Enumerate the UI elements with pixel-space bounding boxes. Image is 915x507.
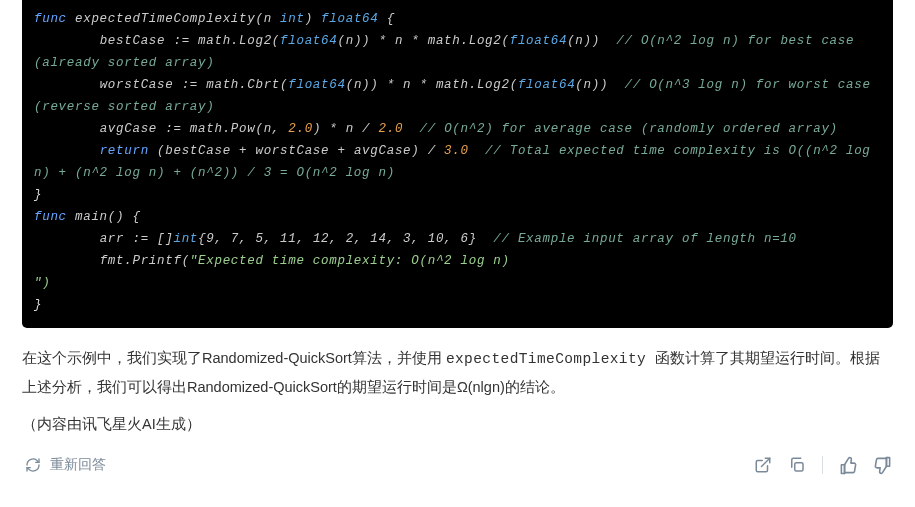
code-line-3: worstCase := math.Cbrt(float64(n)) * n *… — [34, 74, 881, 118]
explain-inline-code: expectedTimeComplexity — [446, 351, 655, 367]
code-line-10: fmt.Printf("Expected time complexity: O(… — [34, 250, 881, 272]
refresh-icon — [22, 454, 44, 476]
right-actions — [752, 454, 893, 476]
svg-rect-0 — [795, 463, 803, 471]
code-block: func expectedTimeComplexity(n int) float… — [22, 0, 893, 328]
regenerate-label: 重新回答 — [50, 456, 106, 474]
code-line-10b: ") — [34, 272, 881, 294]
left-actions: 重新回答 — [22, 454, 106, 476]
explanation-paragraph: 在这个示例中，我们实现了Randomized-QuickSort算法，并使用 e… — [22, 344, 893, 401]
code-line-5: return (bestCase + worstCase + avgCase) … — [34, 140, 881, 184]
regenerate-button[interactable]: 重新回答 — [22, 454, 106, 476]
action-divider — [822, 456, 823, 474]
thumbs-down-icon[interactable] — [871, 454, 893, 476]
code-line-2: bestCase := math.Log2(float64(n)) * n * … — [34, 30, 881, 74]
share-icon[interactable] — [752, 454, 774, 476]
code-line-9: arr := []int{9, 7, 5, 11, 12, 2, 14, 3, … — [34, 228, 881, 250]
code-line-1: func expectedTimeComplexity(n int) float… — [34, 8, 881, 30]
code-line-6: } — [34, 184, 881, 206]
code-line-4: avgCase := math.Pow(n, 2.0) * n / 2.0 //… — [34, 118, 881, 140]
explain-text-a: 在这个示例中，我们实现了Randomized-QuickSort算法，并使用 — [22, 350, 446, 366]
ai-attribution: （内容由讯飞星火AI生成） — [22, 415, 893, 434]
thumbs-up-icon[interactable] — [837, 454, 859, 476]
code-line-11: } — [34, 294, 881, 316]
copy-icon[interactable] — [786, 454, 808, 476]
action-bar: 重新回答 — [22, 448, 893, 476]
code-line-8: func main() { — [34, 206, 881, 228]
